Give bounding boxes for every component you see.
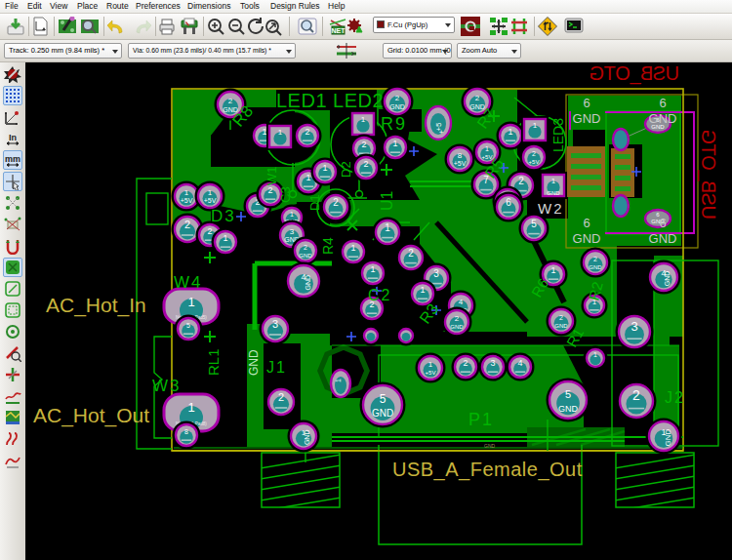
svg-text:1: 1 (420, 285, 425, 295)
svg-text:2: 2 (475, 94, 480, 102)
svg-text:GND: GND (664, 271, 671, 287)
svg-text:1: 1 (428, 360, 433, 369)
svg-text:GND: GND (247, 349, 261, 376)
svg-text:2: 2 (228, 97, 233, 105)
svg-text:2: 2 (361, 140, 366, 149)
svg-text:1: 1 (508, 127, 512, 137)
svg-text:GND: GND (649, 111, 677, 126)
svg-text:6: 6 (659, 96, 666, 110)
svg-text:1: 1 (305, 173, 310, 182)
svg-text:mm: mm (5, 154, 20, 164)
svg-text:2: 2 (559, 314, 563, 321)
svg-text:+5V: +5V (181, 197, 193, 204)
svg-text:3: 3 (290, 227, 295, 236)
svg-text:1: 1 (593, 351, 597, 358)
svg-text:2: 2 (304, 244, 307, 251)
svg-text:2: 2 (408, 248, 414, 259)
svg-text:GND: GND (484, 443, 496, 449)
svg-text:R4: R4 (320, 237, 336, 255)
svg-text:6: 6 (659, 216, 666, 230)
svg-text:6: 6 (506, 197, 511, 208)
svg-text:GND: GND (450, 324, 464, 330)
svg-text:2: 2 (593, 256, 597, 262)
svg-text:GND: GND (304, 430, 310, 446)
svg-text:1: 1 (187, 400, 194, 415)
svg-text:1: 1 (350, 243, 355, 253)
svg-text:2: 2 (395, 94, 400, 102)
svg-text:4: 4 (517, 358, 522, 368)
svg-text:RL1: RL1 (205, 348, 222, 376)
svg-text:LED3: LED3 (550, 118, 566, 152)
svg-text:5: 5 (186, 322, 190, 329)
svg-text:U1: U1 (379, 190, 395, 211)
svg-text:C2: C2 (368, 287, 391, 303)
svg-text:2: 2 (184, 219, 190, 230)
svg-text:1: 1 (361, 115, 366, 124)
svg-text:USB_OTG: USB_OTG (590, 62, 679, 85)
svg-text:6: 6 (583, 96, 590, 110)
svg-text:1: 1 (370, 264, 375, 274)
svg-text:1: 1 (223, 233, 227, 243)
svg-text:2: 2 (363, 159, 368, 169)
svg-text:GND: GND (554, 323, 568, 329)
svg-text:+5V: +5V (426, 370, 436, 376)
svg-text:AC_Hot_Out: AC_Hot_Out (33, 404, 149, 427)
svg-text:4: 4 (459, 298, 464, 306)
svg-text:AC_Hot_In: AC_Hot_In (46, 294, 146, 317)
svg-text:1: 1 (208, 188, 213, 197)
svg-text:D2: D2 (339, 161, 353, 178)
svg-text:1: 1 (278, 128, 283, 137)
svg-text:8: 8 (184, 428, 188, 435)
svg-text:GND: GND (664, 428, 672, 446)
svg-text:GND: GND (558, 404, 579, 414)
svg-text:3: 3 (630, 319, 637, 334)
svg-text:GND: GND (372, 408, 393, 419)
svg-text:3: 3 (490, 358, 495, 368)
svg-text:P1: P1 (468, 410, 494, 429)
svg-text:5: 5 (380, 392, 386, 406)
svg-text:1: 1 (184, 188, 189, 197)
svg-text:1: 1 (262, 127, 266, 137)
svg-text:5: 5 (565, 388, 571, 400)
svg-text:1: 1 (290, 211, 294, 218)
svg-text:1: 1 (485, 145, 489, 152)
svg-text:2: 2 (455, 314, 460, 323)
svg-text:1: 1 (392, 139, 397, 148)
svg-text:C3: C3 (278, 186, 293, 203)
svg-text:2: 2 (532, 150, 536, 157)
svg-text:In: In (9, 133, 17, 142)
svg-text:1: 1 (550, 265, 555, 275)
svg-text:GND: GND (299, 253, 312, 259)
svg-text:2: 2 (463, 358, 468, 368)
svg-text:2: 2 (305, 127, 309, 137)
svg-text:GND: GND (305, 275, 311, 291)
svg-text:5: 5 (531, 219, 537, 229)
svg-text:GND: GND (589, 264, 602, 270)
svg-text:GND: GND (573, 231, 601, 246)
svg-text:GND: GND (389, 103, 405, 110)
svg-text:W3: W3 (152, 377, 182, 395)
svg-text:+: + (439, 128, 444, 137)
svg-text:GND: GND (573, 111, 601, 126)
svg-text:D3: D3 (211, 207, 236, 225)
svg-text:1: 1 (335, 379, 342, 382)
svg-text:1: 1 (551, 177, 556, 185)
svg-text:1: 1 (187, 295, 194, 309)
svg-text:8: 8 (458, 151, 463, 160)
svg-text:2: 2 (632, 387, 640, 403)
svg-text:J1: J1 (266, 359, 287, 376)
svg-text:R9: R9 (381, 114, 407, 134)
svg-text:GND: GND (547, 190, 560, 196)
svg-text:+5V: +5V (529, 159, 540, 165)
svg-text:2: 2 (267, 185, 272, 195)
svg-text:W4: W4 (174, 273, 203, 292)
svg-text:D1: D1 (307, 194, 322, 211)
svg-text:3: 3 (272, 318, 278, 330)
svg-text:2: 2 (207, 226, 212, 236)
svg-text:+5V: +5V (454, 160, 467, 167)
svg-text:GND: GND (649, 231, 677, 246)
svg-text:USB_A_Female_Out: USB_A_Female_Out (392, 459, 583, 481)
svg-text:1: 1 (385, 222, 390, 233)
svg-text:LED1 LED2: LED1 LED2 (276, 90, 384, 111)
svg-text:1: 1 (533, 121, 538, 130)
